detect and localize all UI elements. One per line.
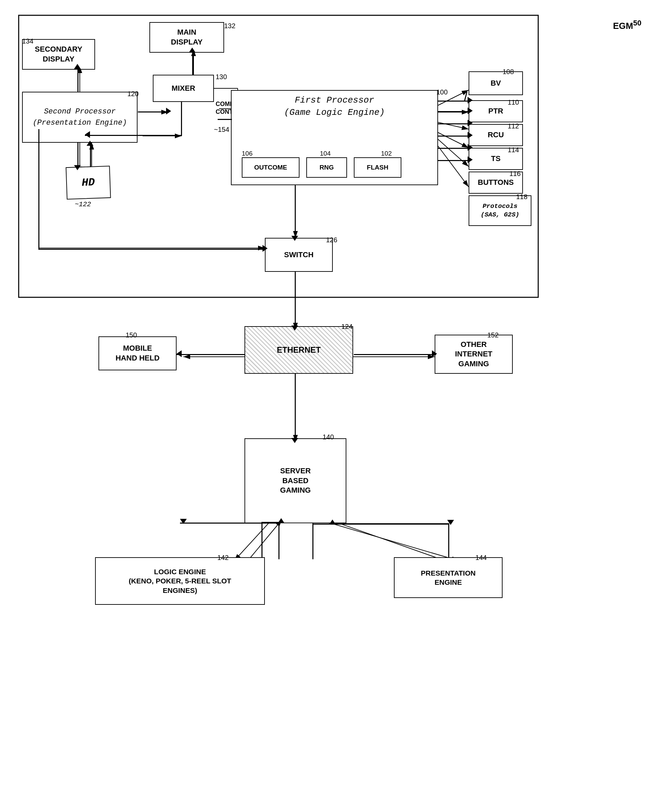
- egm-label: EGM50: [613, 19, 642, 31]
- line-sp-hd-arrow: [74, 165, 81, 170]
- first-processor-ref: 100: [436, 88, 447, 96]
- flash-ref: 102: [381, 150, 392, 157]
- line-fp-switch-v: [295, 185, 296, 238]
- line-fp-ts-h: [437, 136, 469, 137]
- line-sp-hd-v: [77, 143, 79, 168]
- presentation-engine-ref: 144: [475, 554, 487, 562]
- main-display-ref: 132: [224, 22, 235, 30]
- line-fp-switch-arrow: [292, 236, 298, 241]
- mixer-box: MIXER: [153, 75, 214, 102]
- ptr-ref: 110: [508, 99, 519, 106]
- svg-line-28: [234, 520, 271, 561]
- line-mixer-sp-arrow: [85, 131, 90, 138]
- line-fp-rcu-arrow: [468, 119, 473, 126]
- line-hd-sp-v: [90, 143, 91, 167]
- line-fp-ts-arrow: [468, 132, 473, 139]
- svg-line-29: [319, 520, 458, 561]
- logic-engine-ref: 142: [217, 554, 228, 562]
- line-fp-btn-arrow: [468, 144, 473, 151]
- line-ethernet-server-v: [295, 374, 296, 440]
- line-pe-up-v: [448, 523, 449, 558]
- line-fp-ptr-arrow: [468, 107, 473, 114]
- line-ethernet-mobile-arrow: [177, 350, 182, 357]
- protocols-ref: 118: [516, 193, 527, 201]
- server-gaming-box: SERVER BASED GAMING: [245, 438, 346, 523]
- line-sp-mixer-h: [138, 111, 168, 112]
- main-display-box: MAIN DISPLAY: [149, 22, 224, 53]
- diagram-container: EGM50 MAIN DISPLAY 132 MIXER 130 SECONDA…: [0, 0, 672, 809]
- bv-ref: 108: [503, 68, 514, 76]
- line-server-logic-v: [278, 522, 280, 559]
- line-ethernet-mobile-h: [177, 354, 245, 355]
- line-pe-up-h: [329, 523, 449, 524]
- line-mixer-down: [181, 102, 182, 136]
- line-fp-ptr-h: [437, 111, 469, 112]
- line-sp-to-switch-h: [39, 249, 266, 250]
- line-fp-rcu-h: [437, 123, 469, 124]
- mixer-ref: 130: [216, 73, 227, 81]
- svg-line-16: [438, 139, 469, 166]
- hd-ref: ~122: [75, 200, 91, 208]
- other-gaming-ref: 152: [487, 331, 498, 339]
- rng-box: RNG: [306, 157, 347, 178]
- line-fp-proto-h: [437, 160, 469, 161]
- line-logic-up-arrow: [278, 518, 285, 523]
- line-logic-up-v: [261, 522, 263, 558]
- line-mixer-sp-h: [85, 135, 182, 136]
- line-switch-ethernet-arrow: [292, 326, 298, 331]
- line-ethernet-server-arrow: [292, 438, 298, 443]
- server-gaming-ref: 140: [323, 433, 334, 441]
- hd-box: HD: [65, 166, 111, 200]
- svg-line-31: [329, 520, 445, 561]
- second-processor-ref: 120: [127, 90, 139, 98]
- rng-ref: 104: [320, 150, 331, 157]
- outcome-box: OUTCOME: [242, 157, 300, 178]
- line-sp-display-v: [77, 66, 79, 92]
- switch-ref: 126: [326, 236, 337, 244]
- line-logic-up-h: [261, 522, 279, 523]
- other-gaming-box: OTHER INTERNET GAMING: [435, 335, 513, 374]
- line-sp-display-arrow: [74, 64, 81, 69]
- line-server-pe-v: [312, 522, 313, 559]
- flash-box: FLASH: [354, 157, 401, 178]
- first-processor-label: First Processor (Game Logic Engine): [284, 95, 385, 117]
- first-processor-box: First Processor (Game Logic Engine) OUTC…: [231, 90, 438, 185]
- presentation-engine-box: PRESENTATION ENGINE: [394, 557, 503, 598]
- second-processor-label: Second Processor (Presentation Engine): [33, 107, 127, 127]
- rcu-ref: 112: [508, 123, 519, 130]
- line-fp-proto-arrow: [468, 156, 473, 163]
- line-hd-sp-arrow: [87, 141, 93, 146]
- mobile-box: MOBILE HAND HELD: [99, 336, 177, 370]
- line-fp-bv-diag: [464, 92, 467, 101]
- egm-ref: 50: [633, 19, 642, 27]
- svg-line-17: [438, 146, 469, 187]
- line-pe-up-arrow: [329, 520, 336, 525]
- buttons-ref: 116: [509, 170, 521, 178]
- svg-line-15: [438, 133, 469, 148]
- logic-engine-box: LOGIC ENGINE (KENO, POKER, 5-REEL SLOT E…: [95, 557, 265, 605]
- ethernet-ref: 124: [341, 323, 352, 331]
- line-ethernet-other-h: [354, 354, 436, 355]
- svg-line-30: [248, 520, 282, 561]
- line-mixer-maindisplay-v: [192, 50, 193, 75]
- secondary-display-ref: 134: [22, 37, 33, 45]
- mobile-ref: 150: [126, 331, 137, 339]
- line-mixer-maindisplay-arrow: [189, 47, 196, 53]
- ts-ref: 114: [508, 146, 519, 154]
- switch-box: SWITCH: [265, 238, 333, 272]
- line-fp-bv-arrow: [468, 97, 473, 104]
- line-sp-mixer-arrow: [166, 108, 171, 114]
- outcome-ref: 106: [242, 150, 253, 157]
- line-server-logic-arrow: [180, 519, 187, 524]
- line-cc-fp: [218, 119, 232, 120]
- line-sp-arrow: [263, 245, 268, 252]
- line-sp-to-switch-v: [39, 129, 39, 250]
- line-fp-btn-h: [437, 148, 469, 149]
- bv-box: BV: [469, 71, 523, 95]
- command-control-ref: ~154: [214, 126, 229, 134]
- line-ethernet-other-arrow: [432, 350, 437, 357]
- line-switch-ethernet-v: [295, 272, 296, 328]
- ethernet-box: ETHERNET: [245, 326, 353, 374]
